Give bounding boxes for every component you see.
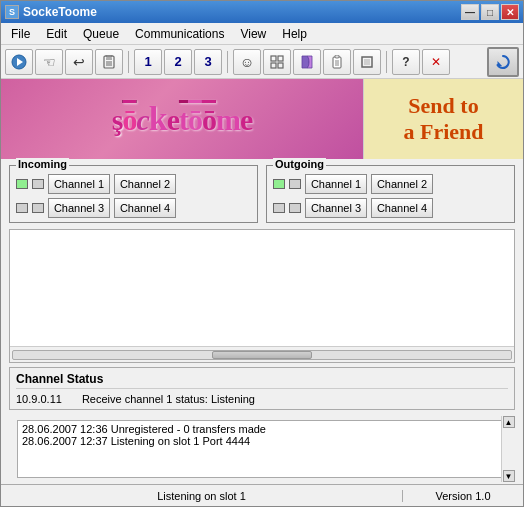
- toolbar: ☜ ↩ 1 2 3: [1, 45, 523, 79]
- incoming-row1: Channel 1 Channel 2: [16, 174, 251, 194]
- toolbar-sep2: [227, 51, 228, 73]
- maximize-button[interactable]: □: [481, 4, 499, 20]
- refresh-button[interactable]: [487, 47, 519, 77]
- incoming-ch2-button[interactable]: Channel 2: [114, 174, 176, 194]
- svg-rect-11: [278, 63, 283, 68]
- hand-icon: ☜: [43, 54, 56, 70]
- incoming-ch1-led: [16, 179, 28, 189]
- num3-button[interactable]: 3: [194, 49, 222, 75]
- menu-edit[interactable]: Edit: [40, 25, 73, 43]
- menu-view[interactable]: View: [234, 25, 272, 43]
- num2-icon: 2: [174, 54, 181, 69]
- grid-button[interactable]: [263, 49, 291, 75]
- channels-area: Incoming Channel 1 Channel 2 Channel 3 C…: [1, 159, 523, 229]
- close-button[interactable]: ✕: [501, 4, 519, 20]
- help-button[interactable]: ?: [392, 49, 420, 75]
- title-bar-controls: — □ ✕: [461, 4, 519, 20]
- incoming-ch3-button[interactable]: Channel 3: [48, 198, 110, 218]
- go-button[interactable]: [5, 49, 33, 75]
- book-button[interactable]: [293, 49, 321, 75]
- undo-button[interactable]: ↩: [65, 49, 93, 75]
- menu-queue[interactable]: Queue: [77, 25, 125, 43]
- outgoing-ch1-led: [273, 179, 285, 189]
- title-bar: S SockeToome — □ ✕: [1, 1, 523, 23]
- scroll-track[interactable]: [12, 350, 512, 360]
- incoming-row2: Channel 3 Channel 4: [16, 198, 251, 218]
- menu-communications[interactable]: Communications: [129, 25, 230, 43]
- log-area[interactable]: 28.06.2007 12:36 Unregistered - 0 transf…: [17, 420, 507, 478]
- box-icon: [360, 55, 374, 69]
- book-icon: [300, 55, 314, 69]
- delete-button[interactable]: [95, 49, 123, 75]
- num1-icon: 1: [144, 54, 151, 69]
- log-scroll-down[interactable]: ▼: [503, 470, 515, 482]
- svg-rect-9: [278, 56, 283, 61]
- incoming-ch4-button[interactable]: Channel 4: [114, 198, 176, 218]
- logo-text: şōcketōōme: [112, 100, 253, 138]
- num1-button[interactable]: 1: [134, 49, 162, 75]
- incoming-ch3-led2: [32, 203, 44, 213]
- outgoing-group: Outgoing Channel 1 Channel 2 Channel 3 C…: [266, 165, 515, 223]
- window-icon: S: [5, 5, 19, 19]
- outgoing-row2: Channel 3 Channel 4: [273, 198, 508, 218]
- svg-rect-12: [333, 57, 341, 68]
- incoming-label: Incoming: [16, 158, 69, 170]
- incoming-ch1-led2: [32, 179, 44, 189]
- channel-status-row: 10.9.0.11 Receive channel 1 status: List…: [16, 393, 508, 405]
- grid-icon: [270, 55, 284, 69]
- banner-logo: şōcketōōme: [1, 79, 363, 159]
- banner-right: Send toa Friend: [363, 79, 523, 159]
- log-scrollbar[interactable]: ▲ ▼: [501, 416, 515, 482]
- clipboard-icon: [330, 55, 344, 69]
- window-title: SockeToome: [23, 5, 97, 19]
- main-scrollable[interactable]: [10, 230, 514, 346]
- stop-icon: ✕: [431, 55, 441, 69]
- svg-rect-13: [335, 55, 339, 58]
- status-right: Version 1.0: [403, 490, 523, 502]
- channel-status-title: Channel Status: [16, 372, 508, 389]
- smiley-button[interactable]: ☺: [233, 49, 261, 75]
- toolbar-sep1: [128, 51, 129, 73]
- banner-right-text: Send toa Friend: [403, 93, 483, 145]
- num2-button[interactable]: 2: [164, 49, 192, 75]
- main-area: [9, 229, 515, 363]
- outgoing-ch3-led2: [289, 203, 301, 213]
- go-icon: [11, 54, 27, 70]
- outgoing-ch3-button[interactable]: Channel 3: [305, 198, 367, 218]
- refresh-icon: [494, 53, 512, 71]
- minimize-button[interactable]: —: [461, 4, 479, 20]
- outgoing-ch2-button[interactable]: Channel 2: [371, 174, 433, 194]
- svg-marker-19: [498, 61, 503, 66]
- outgoing-ch4-button[interactable]: Channel 4: [371, 198, 433, 218]
- box-button[interactable]: [353, 49, 381, 75]
- menu-file[interactable]: File: [5, 25, 36, 43]
- hand-button[interactable]: ☜: [35, 49, 63, 75]
- incoming-ch1-button[interactable]: Channel 1: [48, 174, 110, 194]
- title-bar-left: S SockeToome: [5, 5, 97, 19]
- outgoing-ch1-button[interactable]: Channel 1: [305, 174, 367, 194]
- undo-icon: ↩: [73, 54, 85, 70]
- toolbar-sep3: [386, 51, 387, 73]
- menu-bar: File Edit Queue Communications View Help: [1, 23, 523, 45]
- stop-button[interactable]: ✕: [422, 49, 450, 75]
- outgoing-label: Outgoing: [273, 158, 326, 170]
- incoming-ch3-led: [16, 203, 28, 213]
- outgoing-row1: Channel 1 Channel 2: [273, 174, 508, 194]
- smiley-icon: ☺: [240, 54, 254, 70]
- outgoing-ch3-led: [273, 203, 285, 213]
- svg-rect-8: [271, 56, 276, 61]
- outgoing-ch1-led2: [289, 179, 301, 189]
- scroll-thumb[interactable]: [212, 351, 312, 359]
- log-container: 28.06.2007 12:36 Unregistered - 0 transf…: [9, 416, 515, 482]
- num3-icon: 3: [204, 54, 211, 69]
- log-entry-2: 28.06.2007 12:37 Listening on slot 1 Por…: [22, 435, 488, 447]
- log-scroll-up[interactable]: ▲: [503, 416, 515, 428]
- banner: şōcketōōme Send toa Friend: [1, 79, 523, 159]
- menu-help[interactable]: Help: [276, 25, 313, 43]
- clipboard-button[interactable]: [323, 49, 351, 75]
- svg-rect-10: [271, 63, 276, 68]
- horizontal-scrollbar[interactable]: [10, 346, 514, 362]
- incoming-group: Incoming Channel 1 Channel 2 Channel 3 C…: [9, 165, 258, 223]
- help-icon: ?: [402, 55, 409, 69]
- channel-status-text: Receive channel 1 status: Listening: [82, 393, 255, 405]
